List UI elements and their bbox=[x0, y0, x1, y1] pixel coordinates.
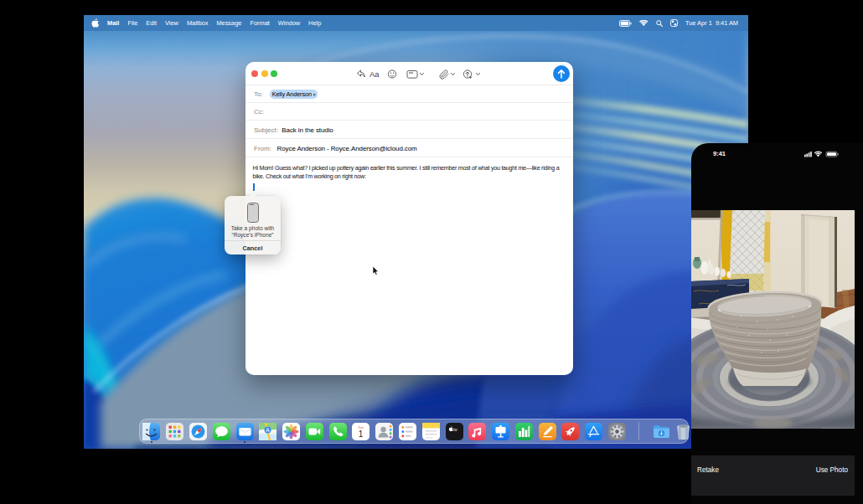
svg-text:Aa: Aa bbox=[369, 69, 380, 79]
svg-text:tv: tv bbox=[453, 427, 457, 432]
svg-text:1: 1 bbox=[359, 429, 364, 439]
svg-text:A: A bbox=[266, 427, 271, 433]
